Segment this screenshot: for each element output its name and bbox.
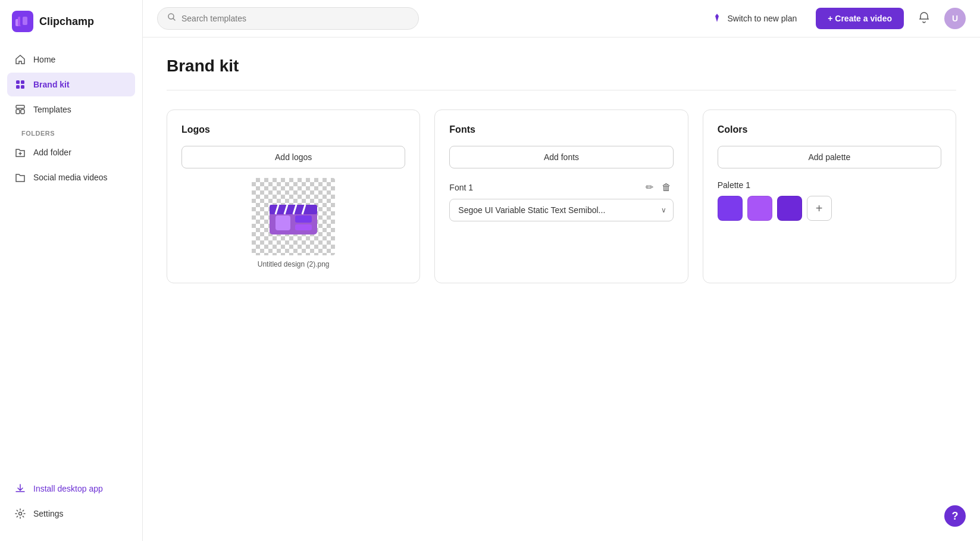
- sidebar-item-settings[interactable]: Settings: [7, 502, 135, 526]
- trash-icon: 🗑: [662, 182, 671, 192]
- app-logo[interactable]: Clipchamp: [0, 0, 142, 43]
- svg-rect-4: [23, 17, 27, 25]
- svg-rect-21: [295, 215, 312, 223]
- edit-font-button[interactable]: ✏: [643, 180, 656, 194]
- sidebar-item-install-desktop[interactable]: Install desktop app: [7, 477, 135, 501]
- font-select-wrapper: Segoe UI Variable Static Text Semibol...: [449, 199, 673, 221]
- font-select-value: Segoe UI Variable Static Text Semibol...: [458, 205, 605, 215]
- search-icon: [167, 12, 177, 24]
- add-fonts-button[interactable]: Add fonts: [449, 146, 673, 168]
- page-content: Brand kit Logos Add logos: [143, 37, 980, 541]
- brand-kit-icon: [14, 79, 26, 90]
- sidebar-item-add-folder-label: Add folder: [33, 148, 71, 157]
- sidebar-item-home-label: Home: [33, 55, 55, 64]
- svg-rect-8: [21, 85, 24, 89]
- help-button[interactable]: ?: [944, 505, 966, 527]
- font-item: Font 1 ✏ 🗑 Segoe UI Variable Sta: [449, 180, 673, 221]
- logo-image: [267, 193, 320, 240]
- search-input[interactable]: [181, 14, 409, 23]
- main-content: Switch to new plan + Create a video U Br…: [143, 0, 980, 541]
- title-divider: [167, 90, 956, 90]
- templates-icon: [14, 104, 26, 115]
- download-icon: [14, 483, 26, 495]
- add-logos-button[interactable]: Add logos: [181, 146, 405, 168]
- pencil-icon: ✏: [646, 182, 653, 192]
- sidebar-item-templates[interactable]: Templates: [7, 98, 135, 121]
- sidebar-item-templates-label: Templates: [33, 105, 71, 114]
- cards-row: Logos Add logos: [167, 110, 956, 283]
- color-swatch-0[interactable]: [718, 196, 743, 221]
- font-select-box[interactable]: Segoe UI Variable Static Text Semibol...: [449, 199, 673, 221]
- folders-section: FOLDERS: [7, 123, 135, 140]
- sidebar-item-brand-kit[interactable]: Brand kit: [7, 73, 135, 96]
- logo-preview: Untitled design (2).png: [181, 178, 405, 268]
- add-folder-icon: [14, 146, 26, 158]
- sidebar-item-add-folder[interactable]: Add folder: [7, 140, 135, 164]
- install-desktop-label: Install desktop app: [33, 484, 103, 493]
- color-swatch-2[interactable]: [777, 196, 802, 221]
- logos-card-title: Logos: [181, 124, 405, 135]
- add-palette-button[interactable]: Add palette: [718, 146, 941, 168]
- folder-icon: [14, 171, 26, 183]
- search-bar[interactable]: [157, 7, 419, 30]
- fonts-card: Fonts Add fonts Font 1 ✏ 🗑: [434, 110, 688, 283]
- palette-label: Palette 1: [718, 180, 941, 190]
- notifications-button[interactable]: [913, 8, 935, 29]
- svg-rect-9: [16, 105, 24, 108]
- sidebar-item-brand-kit-label: Brand kit: [33, 80, 70, 89]
- bell-icon: [918, 11, 930, 26]
- colors-card: Colors Add palette Palette 1 +: [703, 110, 956, 283]
- avatar[interactable]: U: [944, 8, 966, 29]
- font-item-header: Font 1 ✏ 🗑: [449, 180, 673, 194]
- svg-rect-7: [16, 85, 20, 89]
- add-color-button[interactable]: +: [807, 196, 832, 221]
- logo-filename: Untitled design (2).png: [258, 260, 330, 268]
- sidebar-item-home[interactable]: Home: [7, 48, 135, 71]
- fonts-card-title: Fonts: [449, 124, 673, 135]
- settings-icon: [14, 508, 26, 520]
- font-item-label: Font 1: [449, 183, 473, 192]
- diamond-icon: [712, 12, 722, 25]
- logo-checkerboard: [252, 178, 335, 255]
- settings-label: Settings: [33, 509, 64, 518]
- create-video-button[interactable]: + Create a video: [816, 8, 904, 29]
- colors-card-title: Colors: [718, 124, 941, 135]
- clipchamp-logo-icon: [12, 11, 33, 32]
- sidebar: Clipchamp Home Brand kit: [0, 0, 143, 541]
- sidebar-item-social-media-label: Social media videos: [33, 173, 108, 182]
- palette-item: Palette 1 +: [718, 180, 941, 221]
- sidebar-item-social-media-videos[interactable]: Social media videos: [7, 165, 135, 189]
- svg-point-12: [19, 512, 22, 515]
- svg-rect-22: [295, 224, 312, 230]
- home-icon: [14, 54, 26, 65]
- folders-label: FOLDERS: [21, 130, 55, 137]
- switch-plan-button[interactable]: Switch to new plan: [702, 8, 806, 30]
- delete-font-button[interactable]: 🗑: [659, 180, 674, 194]
- font-item-actions: ✏ 🗑: [643, 180, 674, 194]
- color-swatches: +: [718, 196, 941, 221]
- app-name: Clipchamp: [39, 15, 94, 28]
- svg-rect-6: [21, 80, 24, 84]
- switch-plan-label: Switch to new plan: [727, 14, 797, 23]
- svg-rect-11: [21, 110, 24, 114]
- logos-card: Logos Add logos: [167, 110, 420, 283]
- svg-rect-10: [16, 110, 20, 114]
- svg-rect-5: [16, 80, 20, 84]
- color-swatch-1[interactable]: [747, 196, 772, 221]
- question-mark-icon: ?: [952, 510, 959, 523]
- create-video-label: + Create a video: [828, 14, 892, 23]
- svg-rect-20: [275, 215, 290, 230]
- sidebar-nav: Home Brand kit Te: [0, 43, 142, 472]
- sidebar-bottom: Install desktop app Settings: [0, 472, 142, 531]
- page-title: Brand kit: [167, 57, 956, 76]
- header: Switch to new plan + Create a video U: [143, 0, 980, 37]
